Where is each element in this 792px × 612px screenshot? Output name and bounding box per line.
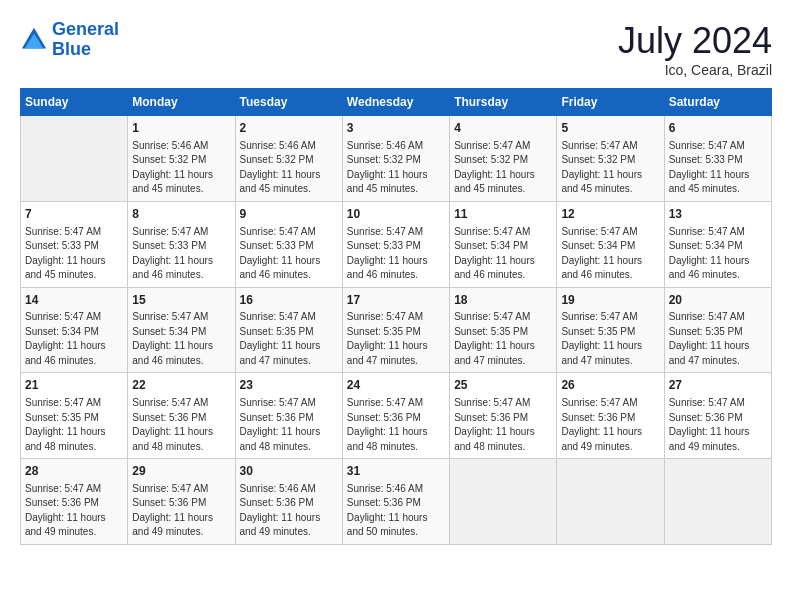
day-info: Sunrise: 5:47 AM Sunset: 5:36 PM Dayligh… (25, 482, 123, 540)
day-info: Sunrise: 5:47 AM Sunset: 5:35 PM Dayligh… (347, 310, 445, 368)
day-cell: 11Sunrise: 5:47 AM Sunset: 5:34 PM Dayli… (450, 201, 557, 287)
day-cell: 20Sunrise: 5:47 AM Sunset: 5:35 PM Dayli… (664, 287, 771, 373)
day-cell: 31Sunrise: 5:46 AM Sunset: 5:36 PM Dayli… (342, 459, 449, 545)
page-header: General Blue July 2024 Ico, Ceara, Brazi… (20, 20, 772, 78)
day-cell: 30Sunrise: 5:46 AM Sunset: 5:36 PM Dayli… (235, 459, 342, 545)
day-info: Sunrise: 5:47 AM Sunset: 5:34 PM Dayligh… (132, 310, 230, 368)
day-number: 24 (347, 377, 445, 394)
day-cell: 17Sunrise: 5:47 AM Sunset: 5:35 PM Dayli… (342, 287, 449, 373)
day-number: 22 (132, 377, 230, 394)
week-row-4: 21Sunrise: 5:47 AM Sunset: 5:35 PM Dayli… (21, 373, 772, 459)
day-number: 14 (25, 292, 123, 309)
day-info: Sunrise: 5:47 AM Sunset: 5:36 PM Dayligh… (669, 396, 767, 454)
day-number: 26 (561, 377, 659, 394)
day-info: Sunrise: 5:47 AM Sunset: 5:36 PM Dayligh… (240, 396, 338, 454)
week-row-3: 14Sunrise: 5:47 AM Sunset: 5:34 PM Dayli… (21, 287, 772, 373)
month-title: July 2024 (618, 20, 772, 62)
day-cell: 3Sunrise: 5:46 AM Sunset: 5:32 PM Daylig… (342, 116, 449, 202)
day-number: 6 (669, 120, 767, 137)
day-number: 10 (347, 206, 445, 223)
day-cell: 29Sunrise: 5:47 AM Sunset: 5:36 PM Dayli… (128, 459, 235, 545)
day-info: Sunrise: 5:47 AM Sunset: 5:32 PM Dayligh… (454, 139, 552, 197)
day-info: Sunrise: 5:47 AM Sunset: 5:32 PM Dayligh… (561, 139, 659, 197)
day-cell: 10Sunrise: 5:47 AM Sunset: 5:33 PM Dayli… (342, 201, 449, 287)
logo-line1: General (52, 19, 119, 39)
day-cell: 7Sunrise: 5:47 AM Sunset: 5:33 PM Daylig… (21, 201, 128, 287)
day-info: Sunrise: 5:47 AM Sunset: 5:35 PM Dayligh… (561, 310, 659, 368)
day-number: 1 (132, 120, 230, 137)
day-number: 12 (561, 206, 659, 223)
week-row-5: 28Sunrise: 5:47 AM Sunset: 5:36 PM Dayli… (21, 459, 772, 545)
day-cell: 14Sunrise: 5:47 AM Sunset: 5:34 PM Dayli… (21, 287, 128, 373)
day-number: 25 (454, 377, 552, 394)
day-info: Sunrise: 5:47 AM Sunset: 5:34 PM Dayligh… (669, 225, 767, 283)
day-cell: 4Sunrise: 5:47 AM Sunset: 5:32 PM Daylig… (450, 116, 557, 202)
weekday-header-row: SundayMondayTuesdayWednesdayThursdayFrid… (21, 89, 772, 116)
day-number: 29 (132, 463, 230, 480)
day-info: Sunrise: 5:46 AM Sunset: 5:36 PM Dayligh… (347, 482, 445, 540)
day-number: 18 (454, 292, 552, 309)
day-cell (664, 459, 771, 545)
day-cell: 8Sunrise: 5:47 AM Sunset: 5:33 PM Daylig… (128, 201, 235, 287)
day-cell: 12Sunrise: 5:47 AM Sunset: 5:34 PM Dayli… (557, 201, 664, 287)
logo-icon (20, 26, 48, 54)
location: Ico, Ceara, Brazil (618, 62, 772, 78)
day-number: 27 (669, 377, 767, 394)
day-number: 5 (561, 120, 659, 137)
day-info: Sunrise: 5:47 AM Sunset: 5:34 PM Dayligh… (25, 310, 123, 368)
day-cell: 28Sunrise: 5:47 AM Sunset: 5:36 PM Dayli… (21, 459, 128, 545)
day-info: Sunrise: 5:47 AM Sunset: 5:33 PM Dayligh… (347, 225, 445, 283)
day-info: Sunrise: 5:47 AM Sunset: 5:35 PM Dayligh… (669, 310, 767, 368)
day-cell: 16Sunrise: 5:47 AM Sunset: 5:35 PM Dayli… (235, 287, 342, 373)
day-number: 31 (347, 463, 445, 480)
day-info: Sunrise: 5:47 AM Sunset: 5:33 PM Dayligh… (240, 225, 338, 283)
day-info: Sunrise: 5:47 AM Sunset: 5:36 PM Dayligh… (561, 396, 659, 454)
day-info: Sunrise: 5:46 AM Sunset: 5:36 PM Dayligh… (240, 482, 338, 540)
calendar-table: SundayMondayTuesdayWednesdayThursdayFrid… (20, 88, 772, 545)
weekday-header-wednesday: Wednesday (342, 89, 449, 116)
week-row-2: 7Sunrise: 5:47 AM Sunset: 5:33 PM Daylig… (21, 201, 772, 287)
day-cell (450, 459, 557, 545)
day-number: 15 (132, 292, 230, 309)
day-number: 19 (561, 292, 659, 309)
day-info: Sunrise: 5:47 AM Sunset: 5:34 PM Dayligh… (561, 225, 659, 283)
day-cell: 13Sunrise: 5:47 AM Sunset: 5:34 PM Dayli… (664, 201, 771, 287)
weekday-header-saturday: Saturday (664, 89, 771, 116)
day-number: 30 (240, 463, 338, 480)
day-cell: 18Sunrise: 5:47 AM Sunset: 5:35 PM Dayli… (450, 287, 557, 373)
day-cell: 25Sunrise: 5:47 AM Sunset: 5:36 PM Dayli… (450, 373, 557, 459)
weekday-header-thursday: Thursday (450, 89, 557, 116)
day-info: Sunrise: 5:47 AM Sunset: 5:36 PM Dayligh… (454, 396, 552, 454)
weekday-header-monday: Monday (128, 89, 235, 116)
day-cell: 23Sunrise: 5:47 AM Sunset: 5:36 PM Dayli… (235, 373, 342, 459)
day-number: 23 (240, 377, 338, 394)
day-cell: 21Sunrise: 5:47 AM Sunset: 5:35 PM Dayli… (21, 373, 128, 459)
day-cell: 26Sunrise: 5:47 AM Sunset: 5:36 PM Dayli… (557, 373, 664, 459)
day-cell: 2Sunrise: 5:46 AM Sunset: 5:32 PM Daylig… (235, 116, 342, 202)
day-info: Sunrise: 5:47 AM Sunset: 5:36 PM Dayligh… (132, 396, 230, 454)
day-number: 4 (454, 120, 552, 137)
day-info: Sunrise: 5:46 AM Sunset: 5:32 PM Dayligh… (132, 139, 230, 197)
day-cell: 27Sunrise: 5:47 AM Sunset: 5:36 PM Dayli… (664, 373, 771, 459)
day-cell: 19Sunrise: 5:47 AM Sunset: 5:35 PM Dayli… (557, 287, 664, 373)
logo-line2: Blue (52, 39, 91, 59)
logo-text: General Blue (52, 20, 119, 60)
day-info: Sunrise: 5:47 AM Sunset: 5:36 PM Dayligh… (132, 482, 230, 540)
day-cell: 9Sunrise: 5:47 AM Sunset: 5:33 PM Daylig… (235, 201, 342, 287)
weekday-header-friday: Friday (557, 89, 664, 116)
day-cell (557, 459, 664, 545)
day-cell (21, 116, 128, 202)
day-number: 9 (240, 206, 338, 223)
day-number: 28 (25, 463, 123, 480)
day-info: Sunrise: 5:47 AM Sunset: 5:33 PM Dayligh… (132, 225, 230, 283)
week-row-1: 1Sunrise: 5:46 AM Sunset: 5:32 PM Daylig… (21, 116, 772, 202)
day-number: 13 (669, 206, 767, 223)
day-number: 3 (347, 120, 445, 137)
day-cell: 24Sunrise: 5:47 AM Sunset: 5:36 PM Dayli… (342, 373, 449, 459)
day-number: 16 (240, 292, 338, 309)
day-info: Sunrise: 5:46 AM Sunset: 5:32 PM Dayligh… (240, 139, 338, 197)
day-cell: 6Sunrise: 5:47 AM Sunset: 5:33 PM Daylig… (664, 116, 771, 202)
day-info: Sunrise: 5:46 AM Sunset: 5:32 PM Dayligh… (347, 139, 445, 197)
day-info: Sunrise: 5:47 AM Sunset: 5:36 PM Dayligh… (347, 396, 445, 454)
day-info: Sunrise: 5:47 AM Sunset: 5:33 PM Dayligh… (25, 225, 123, 283)
